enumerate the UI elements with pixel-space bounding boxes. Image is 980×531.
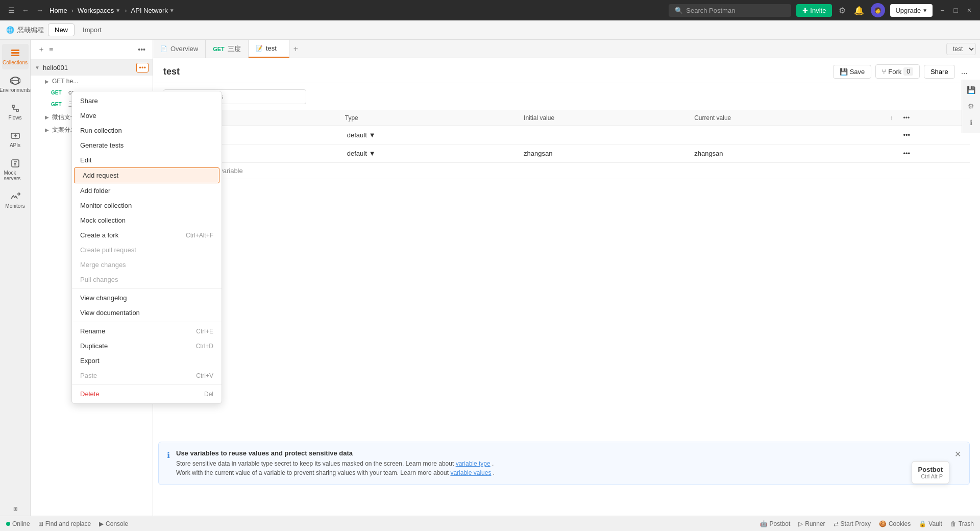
more-options-button[interactable]: ••• [136,44,148,55]
trash-button[interactable]: 🗑 Trash [950,520,974,527]
list-view-button[interactable]: ≡ [47,44,55,55]
test-tab-icon: 📝 [256,45,263,52]
menu-item-move[interactable]: Move [72,108,222,123]
type-select-1[interactable]: default ▼ [345,130,513,140]
postbot-status-button[interactable]: 🤖 Postbot [760,520,791,527]
import-button[interactable]: Import [79,24,106,36]
menu-item-add-folder[interactable]: Add folder [72,183,222,198]
minimize-button[interactable]: − [938,5,947,15]
sidebar-item-environments[interactable]: Environments [2,71,29,97]
statusbar-right: 🤖 Postbot ▷ Runner ⇄ Start Proxy 🍪 Cooki… [760,520,974,527]
menu-item-monitor[interactable]: Monitor collection [72,198,222,213]
get-method-badge: GET [213,46,225,52]
info-banner-close-button[interactable]: ✕ [954,449,961,459]
sub-item-folder-1[interactable]: ▶ GET he... [31,76,153,87]
variable-type-cell[interactable]: default ▼ [340,126,519,144]
search-bar[interactable]: 🔍 Search Postman [669,4,791,17]
nav-back-button[interactable]: ← [20,4,31,16]
titlebar-nav: ☰ ← → [6,4,45,16]
menu-item-create-fork[interactable]: Create a fork Ctrl+Alt+F [72,228,222,243]
collection-more-button[interactable]: ••• [136,63,149,73]
initial-value-cell[interactable]: zhangsan [519,144,689,163]
invite-button[interactable]: ✚ Invite [796,4,832,17]
close-button[interactable]: × [965,5,974,15]
environment-select[interactable]: test [946,43,976,55]
fork-button[interactable]: ⑂ Fork 0 [875,64,920,79]
menu-item-create-pr: Create pull request [72,243,222,257]
menu-item-delete[interactable]: Delete Del [72,387,222,401]
cookies-button[interactable]: 🍪 Cookies [879,520,911,527]
initial-value-cell[interactable] [519,126,689,144]
variable-type-link[interactable]: variable type [456,460,491,467]
svg-rect-2 [11,55,19,56]
sidebar-item-extras[interactable]: ⊞ [2,502,29,516]
tab-get-three[interactable]: GET 三度 [206,40,249,58]
menu-item-mock[interactable]: Mock collection [72,213,222,228]
menu-icon[interactable]: ☰ [6,4,17,16]
maximize-button[interactable]: □ [951,5,960,15]
tab-test[interactable]: 📝 test [249,40,289,58]
more-button[interactable]: ... [959,65,970,78]
row-actions-cell[interactable]: ••• [898,126,970,144]
sidebar-item-apis[interactable]: APIs [2,127,29,152]
right-icon-info[interactable]: ℹ [968,116,974,129]
info-banner-desc-1: Store sensitive data in variable type se… [176,459,948,468]
sort-icon[interactable]: ↑ [890,114,893,122]
bell-icon[interactable]: 🔔 [852,4,866,17]
svg-point-6 [18,193,20,195]
vault-button[interactable]: 🔒 Vault [919,520,942,527]
save-button[interactable]: 💾 Save [833,65,872,79]
menu-item-edit[interactable]: Edit [72,153,222,167]
upgrade-button[interactable]: Upgrade ▼ [890,4,933,17]
row-actions-cell[interactable]: ••• [898,144,970,163]
right-icons-panel: 💾 ⚙ ℹ [962,80,980,133]
trash-icon: 🗑 [950,520,957,527]
add-collection-button[interactable]: ＋ [36,44,47,55]
menu-item-share[interactable]: Share [72,93,222,108]
menu-item-add-request[interactable]: Add request [74,167,219,183]
start-proxy-button[interactable]: ⇄ Start Proxy [834,520,871,527]
variables-table: Variable Type Initial value Current valu… [163,110,970,179]
type-select-2[interactable]: default ▼ [345,149,513,158]
add-tab-button[interactable]: + [289,44,302,54]
right-icon-settings[interactable]: ⚙ [966,100,976,112]
current-value-cell[interactable]: zhangsan [689,144,898,163]
menu-item-export[interactable]: Export [72,353,222,368]
avatar-icon[interactable]: 🧑 [871,3,885,17]
variable-type-cell[interactable]: default ▼ [340,144,519,163]
variable-values-link[interactable]: variable values [450,469,491,476]
menu-item-run[interactable]: Run collection [72,123,222,138]
titlebar-left: ☰ ← → Home › Workspaces ▼ › API Network … [6,4,664,16]
workspace-label: 🌐 恶哉编程 [6,26,44,35]
current-value-cell[interactable] [689,126,898,144]
right-icon-save[interactable]: 💾 [965,84,977,96]
menu-item-changelog[interactable]: View changelog [72,291,222,305]
new-button[interactable]: New [48,23,75,36]
console-button[interactable]: ▶ Console [99,520,128,527]
menu-item-docs[interactable]: View documentation [72,305,222,320]
online-status[interactable]: Online [6,520,30,527]
workspaces-link[interactable]: Workspaces ▼ [78,7,120,14]
sidebar-item-collections[interactable]: Collections [2,44,29,69]
menu-item-duplicate[interactable]: Duplicate Ctrl+D [72,339,222,353]
menu-item-rename[interactable]: Rename Ctrl+E [72,324,222,339]
tab-overview[interactable]: 📄 Overview [153,40,206,58]
menu-item-generate-tests[interactable]: Generate tests [72,138,222,153]
collection-item-hello001[interactable]: ▼ hello001 ••• [31,60,153,76]
sidebar-item-monitors[interactable]: Monitors [2,187,29,213]
nav-forward-button[interactable]: → [34,4,45,16]
expand-arrow-icon[interactable]: ▼ [35,65,40,70]
fork-count-badge: 0 [903,67,913,76]
find-replace-button[interactable]: ⊞ Find and replace [38,520,91,527]
runner-button[interactable]: ▷ Runner [798,520,825,527]
sidebar-item-mock-servers[interactable]: Mock servers [2,154,29,185]
share-button[interactable]: Share [924,65,955,79]
sub-folder-arrow-icon: ▶ [45,79,49,84]
col-header-current: Current value ↑ [689,110,898,126]
tabs-bar: 📄 Overview GET 三度 📝 test + test [153,40,980,58]
fork-icon: ⑂ [882,68,886,76]
sidebar-item-flows[interactable]: Flows [2,99,29,125]
api-network-link[interactable]: API Network ▼ [131,7,175,14]
settings-icon[interactable]: ⚙ [837,4,847,17]
home-link[interactable]: Home [50,7,67,14]
